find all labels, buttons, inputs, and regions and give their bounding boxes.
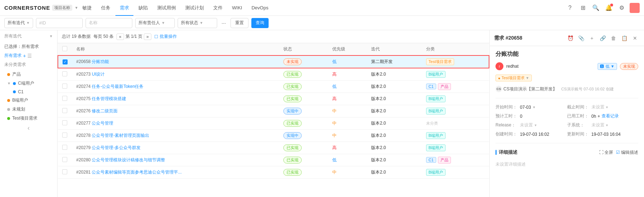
edit-desc-action[interactable]: ☑ 编辑描述 bbox=[616, 149, 638, 156]
req-name[interactable]: 公众号素材编辑等页面参考思迪公众号管理平... bbox=[92, 170, 182, 175]
estimate-hours-value[interactable]: 0 bbox=[520, 114, 522, 119]
help-icon[interactable]: ? bbox=[565, 3, 575, 13]
category-tag[interactable]: Test项目需求 bbox=[426, 58, 454, 65]
category-tag[interactable]: B端用户 bbox=[426, 95, 446, 102]
c1-tag[interactable]: C1 bbox=[426, 157, 436, 163]
project-dropdown-icon[interactable]: ▼ bbox=[74, 6, 78, 10]
category-tag-dropdown-icon[interactable]: ▼ bbox=[526, 76, 529, 80]
row-checkbox[interactable] bbox=[62, 169, 67, 174]
end-time-value[interactable]: 未设置 ▼ bbox=[592, 104, 609, 110]
search-icon[interactable]: 🔍 bbox=[591, 3, 601, 13]
add-icon[interactable]: + bbox=[587, 33, 597, 43]
link-icon[interactable]: 🔗 bbox=[598, 33, 607, 43]
row-checkbox[interactable] bbox=[62, 120, 67, 125]
copy-icon[interactable]: 📋 bbox=[620, 33, 629, 43]
batch-operations[interactable]: ☐ 批量操作 bbox=[154, 33, 177, 40]
sidebar-all-requirements[interactable]: 所有需求 + ☰ bbox=[0, 51, 57, 59]
alarm-icon[interactable]: ⏰ bbox=[566, 33, 575, 43]
req-name[interactable]: 公众号管理模块设计稿修改与细节调整 bbox=[92, 157, 165, 162]
name-filter[interactable]: 名称 bbox=[86, 18, 132, 28]
sidebar-item-b-users[interactable]: B端用户 bbox=[0, 96, 57, 105]
settings-icon[interactable]: ⚙ bbox=[617, 3, 627, 13]
close-icon[interactable]: ✕ bbox=[630, 33, 640, 43]
assignee-filter[interactable]: 所有责任人 ▼ bbox=[135, 18, 175, 28]
actual-hours-field: 已用工时： 0h + 查看记录 bbox=[567, 113, 639, 119]
release-value[interactable]: 未设置 ▼ bbox=[520, 122, 537, 128]
row-checkbox[interactable] bbox=[62, 157, 67, 162]
reset-button[interactable]: 重置 bbox=[230, 18, 248, 28]
nav-item-wiki[interactable]: WIKI bbox=[228, 0, 246, 16]
header-checkbox[interactable] bbox=[62, 46, 67, 51]
nav-item-devops[interactable]: DevOps bbox=[247, 0, 273, 16]
nav-item-defect[interactable]: 缺陷 bbox=[134, 0, 152, 16]
c1-tag[interactable]: C1 bbox=[426, 84, 436, 89]
sidebar-item-c-users[interactable]: ▼ C端用户 bbox=[0, 79, 57, 88]
project-badge[interactable]: 项目名称 bbox=[52, 5, 72, 11]
row-checkbox[interactable] bbox=[62, 96, 67, 101]
more-filters-icon[interactable]: ··· bbox=[220, 20, 228, 26]
category-tag[interactable]: B端用户 bbox=[426, 132, 446, 139]
fields-grid: 开始时间： 07-03 ▼ 截止时间： 未设置 ▼ 预计工时： bbox=[495, 104, 638, 137]
sidebar-unclassified: 未分类需求 bbox=[0, 59, 57, 70]
category-tag[interactable]: B端用户 bbox=[426, 71, 446, 78]
sidebar-item-c1[interactable]: C1 bbox=[0, 88, 57, 96]
sidebar-collapse-button[interactable]: ‹ bbox=[0, 123, 57, 133]
row-checkbox[interactable] bbox=[62, 71, 67, 76]
view-records-link[interactable]: 查看记录 bbox=[602, 113, 619, 119]
attachment-icon[interactable]: 📎 bbox=[576, 33, 586, 43]
sidebar-item-unplanned[interactable]: 未规划 bbox=[0, 105, 57, 114]
nav-item-requirement[interactable]: 需求 bbox=[115, 0, 133, 16]
nav-item-file[interactable]: 文件 bbox=[209, 0, 227, 16]
status-badge: 已实现 bbox=[283, 144, 302, 151]
notification-icon[interactable]: 🔔 bbox=[604, 3, 614, 13]
category-tag[interactable]: B端用户 bbox=[426, 169, 446, 176]
row-checkbox[interactable]: ✓ bbox=[63, 59, 68, 64]
req-name[interactable]: 任务管理模块搭建 bbox=[92, 96, 126, 101]
status-filter[interactable]: 所有状态 ▼ bbox=[178, 18, 217, 28]
updated-time-field: 更新时间： 19-07-03 16:04 bbox=[567, 131, 639, 137]
apps-icon[interactable]: ⊞ bbox=[578, 3, 588, 13]
next-page-button[interactable]: » bbox=[144, 33, 151, 40]
sidebar-item-test-req[interactable]: Test项目需求 bbox=[0, 114, 57, 123]
user-avatar[interactable] bbox=[630, 3, 640, 13]
table-row: #20277 公众号管理 已实现 中 版本2.0 未分类 bbox=[58, 117, 489, 130]
row-checkbox-cell: ✓ bbox=[58, 55, 72, 68]
req-detail-name: 分账功能 bbox=[495, 50, 638, 58]
subsystem-value[interactable]: 未设置 ▼ bbox=[592, 122, 609, 128]
category-tag[interactable]: B端用户 bbox=[426, 144, 446, 151]
fullscreen-action[interactable]: ⛶ 全屏 bbox=[599, 149, 613, 156]
category-tag[interactable]: 产品 bbox=[438, 157, 451, 164]
nav-item-test-plan[interactable]: 测试计划 bbox=[181, 0, 208, 16]
sidebar-header-dropdown-icon[interactable]: ▼ bbox=[49, 34, 53, 38]
category-tag[interactable]: 产品 bbox=[438, 83, 451, 90]
req-id: #20281 bbox=[76, 170, 91, 175]
nav-item-test-case[interactable]: 测试用例 bbox=[153, 0, 180, 16]
prev-page-button[interactable]: « bbox=[117, 33, 124, 40]
req-name[interactable]: 分账功能 bbox=[92, 59, 109, 64]
nav-item-task[interactable]: 任务 bbox=[97, 0, 115, 16]
start-time-value[interactable]: 07-03 ▼ bbox=[520, 105, 536, 110]
add-requirement-icon[interactable]: + bbox=[23, 53, 26, 59]
sidebar-item-product[interactable]: 产品 bbox=[0, 70, 57, 79]
row-checkbox[interactable] bbox=[62, 145, 67, 150]
row-name-cell: #20273 UI设计 bbox=[72, 68, 279, 81]
req-name[interactable]: 修改二级页面 bbox=[92, 108, 118, 113]
id-filter[interactable]: #ID bbox=[36, 18, 83, 28]
priority-badge[interactable]: 1 低 ▼ bbox=[598, 63, 617, 70]
iteration-filter[interactable]: 所有迭代 ▼ bbox=[4, 18, 33, 28]
row-checkbox[interactable] bbox=[62, 84, 67, 89]
nav-item-agile[interactable]: 敏捷 bbox=[78, 0, 96, 16]
menu-icon[interactable]: ☰ bbox=[27, 53, 32, 59]
req-name[interactable]: 任务-公众号最新Token任务 bbox=[92, 84, 143, 89]
category-tag[interactable]: B端用户 bbox=[426, 108, 446, 115]
row-checkbox[interactable] bbox=[62, 133, 67, 138]
query-button[interactable]: 查询 bbox=[251, 18, 269, 28]
row-checkbox[interactable] bbox=[62, 108, 67, 113]
req-name[interactable]: 公众号管理-多公众号群发 bbox=[92, 145, 141, 150]
req-name[interactable]: UI设计 bbox=[92, 72, 105, 77]
category-tag[interactable]: ● Test项目需求 ▼ bbox=[495, 75, 532, 81]
delete-icon[interactable]: 🗑 bbox=[609, 33, 618, 43]
req-name[interactable]: 公众号管理-素材管理页面输出 bbox=[92, 133, 149, 138]
req-name[interactable]: 公众号管理 bbox=[92, 121, 113, 126]
status-badge[interactable]: 未实现 bbox=[620, 63, 638, 70]
